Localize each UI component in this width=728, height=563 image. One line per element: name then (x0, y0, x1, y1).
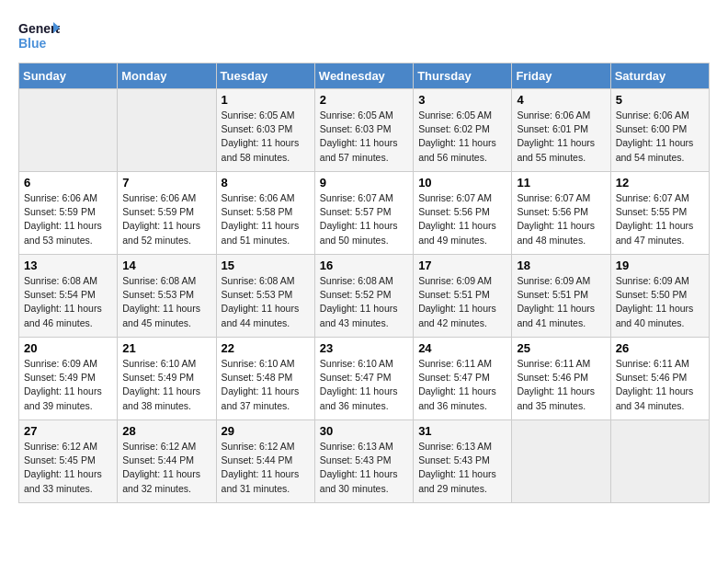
header-row: SundayMondayTuesdayWednesdayThursdayFrid… (19, 63, 710, 89)
day-info: Sunrise: 6:08 AM Sunset: 5:52 PM Dayligh… (320, 274, 408, 330)
logo: General Blue (18, 18, 60, 53)
calendar-cell: 13Sunrise: 6:08 AM Sunset: 5:54 PM Dayli… (19, 255, 118, 338)
calendar-cell: 21Sunrise: 6:10 AM Sunset: 5:49 PM Dayli… (118, 338, 216, 420)
week-row-5: 27Sunrise: 6:12 AM Sunset: 5:45 PM Dayli… (19, 420, 710, 503)
calendar-cell: 24Sunrise: 6:11 AM Sunset: 5:47 PM Dayli… (414, 338, 512, 420)
day-info: Sunrise: 6:08 AM Sunset: 5:54 PM Dayligh… (24, 274, 112, 330)
header-tuesday: Tuesday (216, 63, 314, 89)
day-info: Sunrise: 6:06 AM Sunset: 5:59 PM Dayligh… (122, 191, 210, 247)
day-info: Sunrise: 6:12 AM Sunset: 5:44 PM Dayligh… (222, 440, 310, 496)
day-number: 19 (616, 259, 704, 272)
day-info: Sunrise: 6:11 AM Sunset: 5:46 PM Dayligh… (616, 357, 704, 413)
day-number: 20 (24, 341, 112, 355)
header-thursday: Thursday (414, 63, 512, 89)
calendar-cell (512, 420, 610, 503)
calendar-cell: 19Sunrise: 6:09 AM Sunset: 5:50 PM Dayli… (610, 255, 709, 338)
day-info: Sunrise: 6:12 AM Sunset: 5:44 PM Dayligh… (122, 440, 210, 496)
calendar-cell (19, 89, 118, 172)
day-number: 6 (24, 176, 112, 190)
day-info: Sunrise: 6:10 AM Sunset: 5:48 PM Dayligh… (222, 357, 310, 413)
day-number: 5 (616, 93, 704, 107)
calendar-cell: 20Sunrise: 6:09 AM Sunset: 5:49 PM Dayli… (19, 338, 118, 420)
svg-text:Blue: Blue (18, 36, 47, 51)
calendar-cell: 5Sunrise: 6:06 AM Sunset: 6:00 PM Daylig… (610, 89, 709, 172)
calendar-cell (610, 420, 709, 503)
day-number: 12 (616, 176, 704, 190)
header-wednesday: Wednesday (314, 63, 413, 89)
calendar-cell: 15Sunrise: 6:08 AM Sunset: 5:53 PM Dayli… (216, 255, 314, 338)
calendar-cell: 17Sunrise: 6:09 AM Sunset: 5:51 PM Dayli… (414, 255, 512, 338)
day-info: Sunrise: 6:06 AM Sunset: 5:58 PM Dayligh… (222, 191, 310, 247)
day-info: Sunrise: 6:06 AM Sunset: 6:00 PM Dayligh… (616, 109, 704, 165)
calendar-cell: 26Sunrise: 6:11 AM Sunset: 5:46 PM Dayli… (610, 338, 709, 420)
day-number: 21 (122, 341, 210, 355)
day-number: 14 (122, 259, 210, 272)
calendar-cell: 10Sunrise: 6:07 AM Sunset: 5:56 PM Dayli… (414, 172, 512, 255)
calendar-cell: 3Sunrise: 6:05 AM Sunset: 6:02 PM Daylig… (414, 89, 512, 172)
day-number: 10 (418, 176, 506, 190)
header-monday: Monday (118, 63, 216, 89)
day-info: Sunrise: 6:09 AM Sunset: 5:51 PM Dayligh… (418, 274, 506, 330)
week-row-2: 6Sunrise: 6:06 AM Sunset: 5:59 PM Daylig… (19, 172, 710, 255)
day-info: Sunrise: 6:05 AM Sunset: 6:03 PM Dayligh… (320, 109, 408, 165)
calendar-cell: 29Sunrise: 6:12 AM Sunset: 5:44 PM Dayli… (216, 420, 314, 503)
day-info: Sunrise: 6:07 AM Sunset: 5:55 PM Dayligh… (616, 191, 704, 247)
day-info: Sunrise: 6:05 AM Sunset: 6:02 PM Dayligh… (418, 109, 506, 165)
day-number: 30 (320, 424, 408, 438)
day-number: 24 (418, 341, 506, 355)
day-number: 7 (122, 176, 210, 190)
header-sunday: Sunday (19, 63, 118, 89)
day-info: Sunrise: 6:09 AM Sunset: 5:49 PM Dayligh… (24, 357, 112, 413)
page-header: General Blue (18, 18, 710, 53)
calendar-cell (118, 89, 216, 172)
day-number: 4 (517, 93, 605, 107)
day-info: Sunrise: 6:12 AM Sunset: 5:45 PM Dayligh… (24, 440, 112, 496)
day-info: Sunrise: 6:08 AM Sunset: 5:53 PM Dayligh… (222, 274, 310, 330)
calendar-table: SundayMondayTuesdayWednesdayThursdayFrid… (18, 63, 710, 503)
day-number: 31 (418, 424, 506, 438)
day-number: 17 (418, 259, 506, 272)
day-number: 13 (24, 259, 112, 272)
day-info: Sunrise: 6:10 AM Sunset: 5:47 PM Dayligh… (320, 357, 408, 413)
calendar-cell: 7Sunrise: 6:06 AM Sunset: 5:59 PM Daylig… (118, 172, 216, 255)
calendar-cell: 1Sunrise: 6:05 AM Sunset: 6:03 PM Daylig… (216, 89, 314, 172)
day-number: 26 (616, 341, 704, 355)
day-info: Sunrise: 6:06 AM Sunset: 5:59 PM Dayligh… (24, 191, 112, 247)
day-number: 25 (517, 341, 605, 355)
day-info: Sunrise: 6:09 AM Sunset: 5:50 PM Dayligh… (616, 274, 704, 330)
day-number: 28 (122, 424, 210, 438)
calendar-cell: 9Sunrise: 6:07 AM Sunset: 5:57 PM Daylig… (314, 172, 413, 255)
calendar-cell: 18Sunrise: 6:09 AM Sunset: 5:51 PM Dayli… (512, 255, 610, 338)
day-number: 18 (517, 259, 605, 272)
day-number: 11 (517, 176, 605, 190)
calendar-cell: 12Sunrise: 6:07 AM Sunset: 5:55 PM Dayli… (610, 172, 709, 255)
calendar-cell: 27Sunrise: 6:12 AM Sunset: 5:45 PM Dayli… (19, 420, 118, 503)
day-number: 8 (222, 176, 310, 190)
day-number: 23 (320, 341, 408, 355)
header-saturday: Saturday (610, 63, 709, 89)
calendar-cell: 31Sunrise: 6:13 AM Sunset: 5:43 PM Dayli… (414, 420, 512, 503)
calendar-cell: 22Sunrise: 6:10 AM Sunset: 5:48 PM Dayli… (216, 338, 314, 420)
week-row-1: 1Sunrise: 6:05 AM Sunset: 6:03 PM Daylig… (19, 89, 710, 172)
day-number: 3 (418, 93, 506, 107)
day-info: Sunrise: 6:05 AM Sunset: 6:03 PM Dayligh… (222, 109, 310, 165)
day-number: 29 (222, 424, 310, 438)
day-info: Sunrise: 6:07 AM Sunset: 5:56 PM Dayligh… (418, 191, 506, 247)
calendar-cell: 8Sunrise: 6:06 AM Sunset: 5:58 PM Daylig… (216, 172, 314, 255)
day-info: Sunrise: 6:07 AM Sunset: 5:56 PM Dayligh… (517, 191, 605, 247)
day-number: 27 (24, 424, 112, 438)
calendar-cell: 11Sunrise: 6:07 AM Sunset: 5:56 PM Dayli… (512, 172, 610, 255)
day-info: Sunrise: 6:13 AM Sunset: 5:43 PM Dayligh… (320, 440, 408, 496)
day-info: Sunrise: 6:11 AM Sunset: 5:47 PM Dayligh… (418, 357, 506, 413)
day-number: 16 (320, 259, 408, 272)
calendar-cell: 16Sunrise: 6:08 AM Sunset: 5:52 PM Dayli… (314, 255, 413, 338)
day-info: Sunrise: 6:10 AM Sunset: 5:49 PM Dayligh… (122, 357, 210, 413)
day-info: Sunrise: 6:06 AM Sunset: 6:01 PM Dayligh… (517, 109, 605, 165)
calendar-cell: 14Sunrise: 6:08 AM Sunset: 5:53 PM Dayli… (118, 255, 216, 338)
week-row-4: 20Sunrise: 6:09 AM Sunset: 5:49 PM Dayli… (19, 338, 710, 420)
day-number: 9 (320, 176, 408, 190)
calendar-cell: 6Sunrise: 6:06 AM Sunset: 5:59 PM Daylig… (19, 172, 118, 255)
day-number: 1 (222, 93, 310, 107)
logo-bird-icon: General Blue (18, 18, 60, 53)
day-info: Sunrise: 6:13 AM Sunset: 5:43 PM Dayligh… (418, 440, 506, 496)
